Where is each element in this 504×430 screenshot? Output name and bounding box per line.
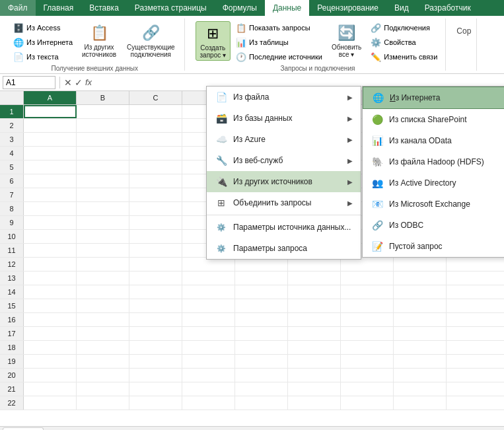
from-other-sources-button[interactable]: 📋 Из другихисточников: [78, 21, 120, 59]
row-header-16[interactable]: 16: [0, 313, 24, 326]
col-header-c[interactable]: C: [129, 91, 182, 104]
create-query-button[interactable]: ⊞ Создатьзапрос ▾: [196, 21, 231, 61]
cell[interactable]: [182, 299, 235, 312]
row-header-5[interactable]: 5: [0, 161, 24, 174]
cell[interactable]: [77, 285, 129, 299]
row-header-19[interactable]: 19: [0, 355, 24, 368]
cell[interactable]: [341, 327, 394, 340]
cell[interactable]: [341, 355, 394, 368]
cell[interactable]: [288, 258, 341, 271]
cell[interactable]: [24, 313, 77, 326]
submenu-from-odbc[interactable]: 🔗 Из ODBC: [363, 215, 504, 236]
edit-links-button[interactable]: ✏️ Изменить связи: [368, 50, 440, 63]
cell[interactable]: [129, 369, 182, 382]
cell[interactable]: [24, 147, 77, 160]
submenu-empty-query[interactable]: 📝 Пустой запрос: [363, 236, 504, 257]
from-internet-button[interactable]: 🌐 Из Интернета: [11, 36, 75, 49]
row-header-7[interactable]: 7: [0, 188, 24, 201]
confirm-icon[interactable]: ✓: [75, 77, 83, 88]
cell[interactable]: [77, 382, 129, 396]
cell[interactable]: [288, 369, 341, 382]
row-header-20[interactable]: 20: [0, 369, 24, 382]
cell[interactable]: [341, 313, 394, 326]
cell[interactable]: [24, 105, 77, 118]
row-header-8[interactable]: 8: [0, 202, 24, 215]
cell[interactable]: [341, 299, 394, 312]
refresh-all-button[interactable]: 🔄 Обновитьвсе ▾: [328, 21, 365, 59]
cell[interactable]: [77, 119, 129, 132]
cell[interactable]: [24, 369, 77, 382]
cell[interactable]: [394, 313, 447, 326]
menu-query-params[interactable]: ⚙️ Параметры запроса: [207, 238, 361, 259]
cell[interactable]: [288, 341, 341, 354]
name-box[interactable]: [3, 76, 55, 89]
cell[interactable]: [77, 327, 129, 340]
cell[interactable]: [235, 258, 288, 271]
cell[interactable]: [24, 285, 77, 299]
properties-button[interactable]: ⚙️ Свойства: [368, 36, 440, 49]
cell[interactable]: [182, 271, 235, 285]
cell[interactable]: [77, 313, 129, 326]
cell[interactable]: [129, 271, 182, 285]
connections-button[interactable]: 🔗 Подключения: [368, 21, 440, 34]
cell[interactable]: [129, 341, 182, 354]
row-header-15[interactable]: 15: [0, 299, 24, 312]
cell[interactable]: [77, 244, 129, 257]
cell[interactable]: [341, 396, 394, 410]
cell[interactable]: [288, 382, 341, 396]
cell[interactable]: [77, 161, 129, 174]
row-header-10[interactable]: 10: [0, 230, 24, 243]
cell[interactable]: [394, 299, 447, 312]
menu-data-source-params[interactable]: ⚙️ Параметры источника данных...: [207, 217, 361, 238]
tab-file[interactable]: Файл: [0, 0, 36, 16]
cell[interactable]: [24, 161, 77, 174]
cell[interactable]: [77, 133, 129, 146]
tab-insert[interactable]: Вставка: [81, 0, 127, 16]
cell[interactable]: [77, 341, 129, 354]
cell[interactable]: [24, 382, 77, 396]
cell[interactable]: [341, 341, 394, 354]
from-access-button[interactable]: 🗄️ Из Access: [11, 21, 75, 34]
cell[interactable]: [24, 188, 77, 201]
existing-connections-button[interactable]: 🔗 Существующиеподключения: [123, 21, 178, 59]
cell[interactable]: [129, 202, 182, 215]
cell[interactable]: [77, 271, 129, 285]
cell[interactable]: [182, 313, 235, 326]
cell[interactable]: [235, 313, 288, 326]
row-header-11[interactable]: 11: [0, 244, 24, 257]
cell[interactable]: [129, 355, 182, 368]
row-header-9[interactable]: 9: [0, 216, 24, 229]
col-header-a[interactable]: A: [24, 91, 77, 104]
menu-from-web[interactable]: 🔧 Из веб-служб ▶: [207, 150, 361, 171]
cell[interactable]: [394, 369, 447, 382]
cell[interactable]: [288, 299, 341, 312]
cell[interactable]: [129, 174, 182, 188]
tab-view[interactable]: Вид: [386, 0, 417, 16]
submenu-from-sharepoint[interactable]: 🟢 Из списка SharePoint: [363, 109, 504, 130]
cell[interactable]: [129, 244, 182, 257]
cell[interactable]: [235, 327, 288, 340]
cell[interactable]: [77, 299, 129, 312]
cell[interactable]: [394, 285, 447, 299]
row-header-17[interactable]: 17: [0, 327, 24, 340]
cell[interactable]: [394, 258, 447, 271]
cell[interactable]: [182, 382, 235, 396]
row-header-18[interactable]: 18: [0, 341, 24, 354]
cell[interactable]: [77, 258, 129, 271]
cell[interactable]: [129, 147, 182, 160]
cell[interactable]: [341, 369, 394, 382]
tab-developer[interactable]: Разработчик: [417, 0, 479, 16]
cell[interactable]: [129, 119, 182, 132]
cell[interactable]: [341, 382, 394, 396]
cell[interactable]: [288, 327, 341, 340]
fx-icon[interactable]: fx: [85, 77, 92, 88]
cell[interactable]: [129, 285, 182, 299]
cell[interactable]: [182, 285, 235, 299]
tab-page-layout[interactable]: Разметка страницы: [127, 0, 215, 16]
cell[interactable]: [24, 299, 77, 312]
cell[interactable]: [24, 258, 77, 271]
cell[interactable]: [394, 341, 447, 354]
cell[interactable]: [129, 188, 182, 201]
from-table-button[interactable]: 📊 Из таблицы: [233, 36, 325, 49]
cell[interactable]: [235, 271, 288, 285]
